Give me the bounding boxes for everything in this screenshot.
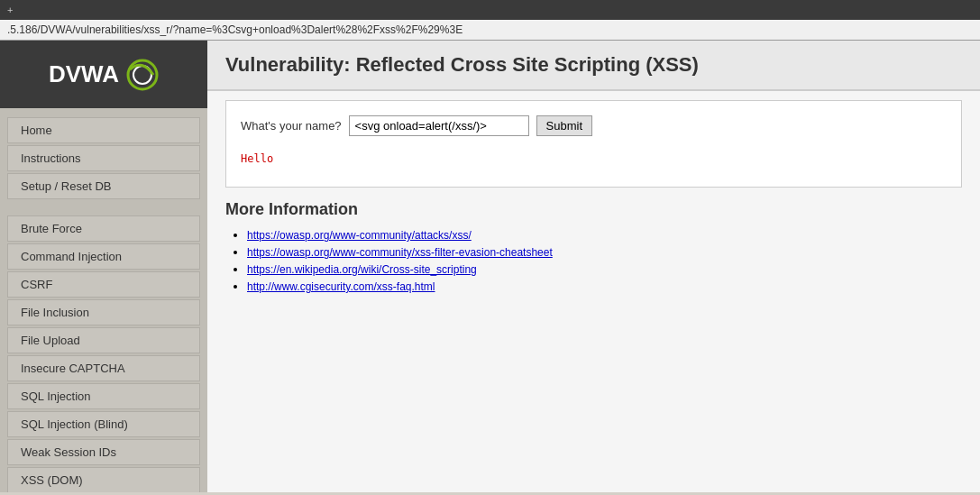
more-info-section: More Information https://owasp.org/www-c… [225,200,962,293]
browser-bar-icon: + [7,5,13,15]
submit-button[interactable]: Submit [536,115,592,136]
sidebar-item-command-injection[interactable]: Command Injection [7,243,200,270]
sidebar-item-csrf[interactable]: CSRF [7,271,200,298]
sidebar-item-sql-injection[interactable]: SQL Injection [7,383,200,409]
link-owasp-filter[interactable]: https://owasp.org/www-community/xss-filt… [247,246,553,259]
sidebar-item-weak-session-ids[interactable]: Weak Session IDs [7,439,200,465]
dvwa-logo-text: DVWA [49,60,119,88]
name-input[interactable] [349,115,529,136]
address-bar: .5.186/DVWA/vulnerabilities/xss_r/?name=… [0,20,980,41]
form-label: What's your name? [241,119,342,133]
content-area: What's your name? Submit Hello More Info… [207,91,980,306]
links-list: https://owasp.org/www-community/attacks/… [225,228,962,293]
link-cgisecurity[interactable]: http://www.cgisecurity.com/xss-faq.html [247,280,435,293]
link-owasp-xss[interactable]: https://owasp.org/www-community/attacks/… [247,229,472,242]
sidebar-item-brute-force[interactable]: Brute Force [7,215,200,242]
xss-form-box: What's your name? Submit Hello [225,100,962,188]
form-row: What's your name? Submit [241,115,947,136]
sidebar: DVWA Home Instructions Setup / Reset DB … [0,41,207,492]
sidebar-top-section: Home Instructions Setup / Reset DB [0,117,207,199]
main-content: Vulnerability: Reflected Cross Site Scri… [207,41,980,492]
sidebar-item-sql-injection-blind[interactable]: SQL Injection (Blind) [7,411,200,437]
link-wikipedia-xss[interactable]: https://en.wikipedia.org/wiki/Cross-site… [247,263,477,276]
sidebar-item-xss-dom[interactable]: XSS (DOM) [7,467,200,492]
sidebar-item-file-inclusion[interactable]: File Inclusion [7,299,200,325]
sidebar-item-insecure-captcha[interactable]: Insecure CAPTCHA [7,355,200,381]
browser-bar: + [0,0,980,20]
page-header: Vulnerability: Reflected Cross Site Scri… [207,41,980,91]
sidebar-item-home[interactable]: Home [7,117,200,143]
list-item: https://owasp.org/www-community/attacks/… [247,228,962,242]
more-info-title: More Information [225,200,962,219]
dvwa-swoosh-icon [123,57,159,93]
hello-output: Hello [241,145,947,172]
dvwa-logo: DVWA [49,57,159,93]
list-item: http://www.cgisecurity.com/xss-faq.html [247,280,962,293]
sidebar-item-file-upload[interactable]: File Upload [7,327,200,353]
sidebar-item-setup[interactable]: Setup / Reset DB [7,173,200,199]
sidebar-item-instructions[interactable]: Instructions [7,145,200,171]
sidebar-divider [0,206,207,214]
list-item: https://en.wikipedia.org/wiki/Cross-site… [247,262,962,276]
dvwa-header: DVWA [0,41,207,108]
list-item: https://owasp.org/www-community/xss-filt… [247,245,962,259]
address-text: .5.186/DVWA/vulnerabilities/xss_r/?name=… [7,23,463,36]
sidebar-navigation: Home Instructions Setup / Reset DB Brute… [0,108,207,492]
sidebar-vuln-section: Brute Force Command Injection CSRF File … [0,215,207,492]
page-title: Vulnerability: Reflected Cross Site Scri… [225,53,962,77]
